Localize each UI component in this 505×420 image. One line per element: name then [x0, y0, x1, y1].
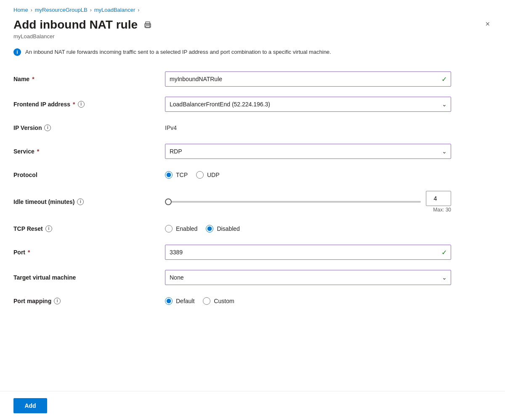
page-title: Add inbound NAT rule — [13, 18, 153, 32]
protocol-tcp-radio[interactable] — [165, 171, 173, 179]
idle-timeout-max-label: Max: 30 — [433, 207, 451, 213]
idle-timeout-label: Idle timeout (minutes) i — [13, 198, 165, 205]
tcp-reset-enabled-option[interactable]: Enabled — [165, 225, 197, 232]
tcp-reset-label: TCP Reset i — [13, 225, 165, 232]
form-row-frontend-ip: Frontend IP address * i LoadBalancerFron… — [13, 92, 492, 117]
port-mapping-default-radio[interactable] — [165, 297, 173, 305]
breadcrumb-load-balancer[interactable]: myLoadBalancer — [94, 7, 136, 13]
form-row-idle-timeout: Idle timeout (minutes) i Max: 30 — [13, 186, 492, 218]
port-mapping-custom-label: Custom — [214, 298, 234, 304]
svg-rect-2 — [146, 26, 150, 28]
idle-timeout-number-input[interactable] — [426, 191, 451, 206]
svg-rect-1 — [146, 22, 150, 24]
tcp-reset-control: Enabled Disabled — [165, 225, 451, 232]
port-input[interactable] — [165, 245, 451, 260]
protocol-tcp-label: TCP — [176, 172, 188, 178]
form-section: Name * ✓ Frontend IP address * i — [13, 66, 492, 312]
idle-timeout-info-icon[interactable]: i — [77, 198, 84, 205]
port-mapping-control: Default Custom — [165, 297, 451, 305]
footer: Add — [0, 391, 505, 420]
port-mapping-label: Port mapping i — [13, 298, 165, 304]
frontend-ip-select[interactable]: LoadBalancerFrontEnd (52.224.196.3) — [165, 97, 451, 112]
port-mapping-custom-option[interactable]: Custom — [203, 297, 234, 305]
ip-version-label: IP Version i — [13, 124, 165, 131]
target-vm-select[interactable]: None — [165, 270, 451, 285]
name-required: * — [32, 76, 34, 82]
form-row-port-mapping: Port mapping i Default Custom — [13, 290, 492, 312]
svg-point-3 — [149, 24, 150, 25]
close-button[interactable]: × — [484, 18, 492, 30]
service-control: RDP HTTP HTTPS Custom ⌄ — [165, 144, 451, 159]
add-button[interactable]: Add — [13, 398, 47, 413]
breadcrumb-resource-group[interactable]: myResourceGroupLB — [35, 7, 88, 13]
port-mapping-default-label: Default — [176, 298, 194, 304]
form-row-tcp-reset: TCP Reset i Enabled Disabled — [13, 218, 492, 240]
page-title-group: Add inbound NAT rule myLoadBalancer — [13, 18, 153, 40]
protocol-udp-radio[interactable] — [196, 171, 204, 179]
breadcrumb-sep-3: › — [138, 7, 139, 13]
form-row-service: Service * RDP HTTP HTTPS Custom ⌄ — [13, 139, 492, 164]
ip-version-info-icon[interactable]: i — [44, 124, 51, 131]
port-control: ✓ — [165, 245, 451, 260]
idle-timeout-slider[interactable] — [165, 201, 421, 203]
info-banner-icon: i — [13, 48, 21, 56]
protocol-label: Protocol — [13, 172, 165, 178]
print-icon[interactable] — [143, 20, 153, 30]
form-row-port: Port * ✓ — [13, 240, 492, 265]
target-vm-label: Target virtual machine — [13, 274, 165, 281]
port-label: Port * — [13, 249, 165, 256]
frontend-ip-info-icon[interactable]: i — [78, 101, 85, 108]
info-banner: i An inbound NAT rule forwards incoming … — [13, 41, 359, 63]
name-check-icon: ✓ — [441, 75, 447, 83]
port-mapping-radio-group: Default Custom — [165, 297, 451, 305]
tcp-reset-disabled-label: Disabled — [217, 225, 239, 232]
port-required: * — [28, 249, 30, 256]
protocol-tcp-option[interactable]: TCP — [165, 171, 188, 179]
protocol-udp-option[interactable]: UDP — [196, 171, 220, 179]
form-row-name: Name * ✓ — [13, 66, 492, 92]
target-vm-control: None ⌄ — [165, 270, 451, 285]
port-mapping-default-option[interactable]: Default — [165, 297, 194, 305]
page-subtitle: myLoadBalancer — [13, 33, 153, 40]
service-select[interactable]: RDP HTTP HTTPS Custom — [165, 144, 451, 159]
protocol-udp-label: UDP — [207, 172, 220, 178]
protocol-radio-group: TCP UDP — [165, 171, 451, 179]
name-label: Name * — [13, 76, 165, 82]
form-row-protocol: Protocol TCP UDP — [13, 164, 492, 186]
info-banner-text: An inbound NAT rule forwards incoming tr… — [25, 48, 331, 56]
tcp-reset-radio-group: Enabled Disabled — [165, 225, 451, 232]
protocol-control: TCP UDP — [165, 171, 451, 179]
ip-version-value: IPv4 — [165, 124, 451, 131]
breadcrumb: Home › myResourceGroupLB › myLoadBalance… — [13, 7, 492, 13]
tcp-reset-disabled-radio[interactable] — [206, 225, 213, 232]
breadcrumb-sep-1: › — [31, 7, 32, 13]
tcp-reset-enabled-radio[interactable] — [165, 225, 173, 232]
tcp-reset-info-icon[interactable]: i — [45, 225, 52, 232]
name-control: ✓ — [165, 71, 451, 87]
page-header: Add inbound NAT rule myLoadBalancer × — [13, 18, 492, 40]
form-row-ip-version: IP Version i IPv4 — [13, 117, 492, 139]
service-label: Service * — [13, 148, 165, 155]
idle-timeout-slider-container — [165, 201, 421, 203]
frontend-ip-required: * — [73, 101, 75, 108]
form-row-target-vm: Target virtual machine None ⌄ — [13, 265, 492, 290]
breadcrumb-home[interactable]: Home — [13, 7, 28, 13]
frontend-ip-label: Frontend IP address * i — [13, 101, 165, 108]
service-required: * — [37, 148, 39, 155]
breadcrumb-sep-2: › — [90, 7, 92, 13]
tcp-reset-disabled-option[interactable]: Disabled — [206, 225, 239, 232]
port-mapping-custom-radio[interactable] — [203, 297, 210, 305]
port-mapping-info-icon[interactable]: i — [54, 298, 61, 304]
name-input[interactable] — [165, 71, 451, 87]
frontend-ip-control: LoadBalancerFrontEnd (52.224.196.3) ⌄ — [165, 97, 451, 112]
port-check-icon: ✓ — [441, 248, 447, 256]
tcp-reset-enabled-label: Enabled — [176, 225, 197, 232]
idle-timeout-control: Max: 30 — [165, 191, 451, 213]
